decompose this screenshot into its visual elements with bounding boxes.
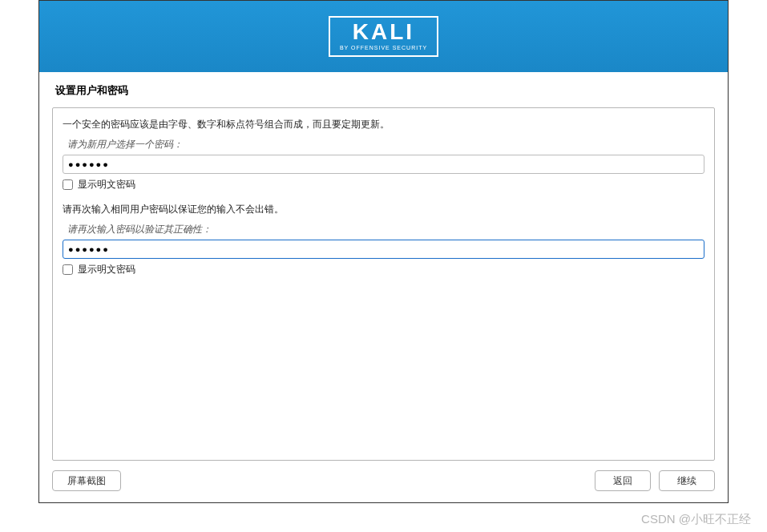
show-password-checkbox-1[interactable]	[63, 179, 73, 190]
back-button[interactable]: 返回	[595, 470, 651, 491]
password-tip-text: 一个安全的密码应该是由字母、数字和标点符号组合而成，而且要定期更新。	[63, 118, 704, 131]
confirm-field-label: 请再次输入密码以验证其正确性：	[63, 223, 704, 236]
footer-bar: 屏幕截图 返回 继续	[39, 461, 728, 502]
watermark-text: CSDN @小旺不正经	[641, 512, 751, 527]
footer-right-group: 返回 继续	[595, 470, 715, 491]
show-password-row-1: 显示明文密码	[63, 178, 704, 191]
screenshot-button[interactable]: 屏幕截图	[52, 470, 121, 491]
installer-window: KALI BY OFFENSIVE SECURITY 设置用户和密码 一个安全的…	[38, 0, 729, 503]
show-password-label-2: 显示明文密码	[78, 263, 135, 276]
confirm-password-input[interactable]	[63, 240, 704, 259]
page-title: 设置用户和密码	[39, 72, 728, 107]
confirm-tip-text: 请再次输入相同用户密码以保证您的输入不会出错。	[63, 203, 704, 216]
show-password-checkbox-2[interactable]	[63, 264, 73, 275]
show-password-label-1: 显示明文密码	[78, 178, 135, 191]
password-field-label: 请为新用户选择一个密码：	[63, 138, 704, 151]
kali-logo: KALI BY OFFENSIVE SECURITY	[329, 16, 438, 57]
logo-subtext: BY OFFENSIVE SECURITY	[340, 45, 427, 50]
continue-button[interactable]: 继续	[659, 470, 715, 491]
header-banner: KALI BY OFFENSIVE SECURITY	[39, 1, 728, 72]
show-password-row-2: 显示明文密码	[63, 263, 704, 276]
content-area: 一个安全的密码应该是由字母、数字和标点符号组合而成，而且要定期更新。 请为新用户…	[52, 107, 715, 461]
password-input[interactable]	[63, 155, 704, 174]
logo-text: KALI	[353, 21, 414, 43]
